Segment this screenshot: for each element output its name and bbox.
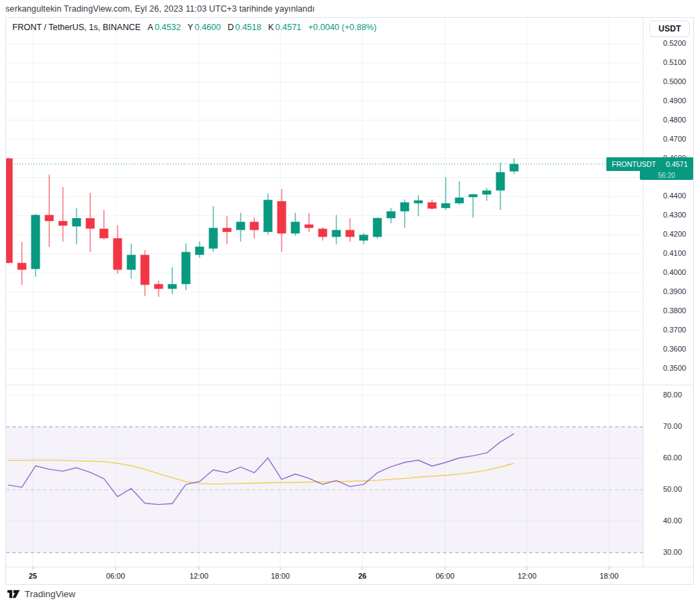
rsi-tick-label: 60.00 [663,453,682,462]
price-tick-label: 0.4300 [663,211,686,219]
time-tick-label: 25 [29,572,37,580]
tradingview-logo-text: TradingView [25,589,75,599]
chart-legend[interactable]: FRONT / TetherUS, 1s, BINANCE A0.4532 Y0… [12,23,377,32]
time-tick-label: 06:00 [106,572,125,580]
price-tick-label: 0.3700 [663,326,686,334]
price-tick-label: 0.4000 [663,268,686,276]
time-tick-label: 06:00 [435,572,455,580]
chart-widget: FRONT / TetherUS, 1s, BINANCE A0.4532 Y0… [5,17,694,585]
price-tick-label: 0.4200 [663,230,686,238]
tradingview-logo-icon [7,588,21,600]
price-tick-label: 0.5200 [663,39,686,47]
rsi-tick-label: 40.00 [663,516,682,525]
chart-widget-inner: FRONT / TetherUS, 1s, BINANCE A0.4532 Y0… [6,18,693,584]
last-price-value: 0.4571 [666,160,688,168]
last-price-label: FRONTUSDT 0.4571 56:20 [606,157,693,180]
time-tick-label: 12:00 [517,572,537,580]
page: serkangultekin TradingView.com, Eyl 26, … [0,0,700,606]
bar-countdown: 56:20 [658,172,675,179]
rsi-tick-label: 50.00 [663,485,682,493]
legend-open: A0.4532 [148,23,181,32]
price-tick-label: 0.4400 [663,192,686,200]
currency-toggle-button[interactable]: USDT [649,21,690,37]
time-tick-label: 26 [358,572,366,580]
legend-symbol[interactable]: FRONT / TetherUS, 1s, BINANCE [12,23,141,32]
price-tick-label: 0.3800 [663,306,686,315]
price-tick-label: 0.4100 [663,249,686,257]
rsi-tick-label: 30.00 [663,548,682,556]
time-tick-label: 12:00 [189,572,208,580]
legend-low: D0.4518 [228,23,261,32]
price-axis[interactable]: 0.52000.51000.50000.49000.48000.47000.46… [6,18,693,584]
time-tick-label: 18:00 [271,572,290,580]
price-tick-label: 0.5100 [663,58,686,66]
price-tick-label: 0.5000 [663,77,686,85]
price-tick-label: 0.4700 [663,135,686,143]
price-tick-label: 0.4800 [663,116,686,124]
price-tick-label: 0.3600 [663,345,686,353]
legend-high: Y0.4600 [187,23,221,32]
tradingview-logo[interactable]: TradingView [7,588,75,600]
price-tick-label: 0.3500 [663,364,686,372]
price-tick-label: 0.3900 [663,287,686,295]
price-tick-label: 0.4900 [663,96,686,105]
time-axis[interactable]: 2506:0012:0018:002606:0012:0018:00 [6,567,693,584]
byline: serkangultekin TradingView.com, Eyl 26, … [5,4,314,14]
last-price-symbol: FRONTUSDT [612,160,656,168]
rsi-tick-label: 80.00 [663,391,682,399]
rsi-tick-label: 70.00 [663,422,682,430]
time-tick-label: 18:00 [600,572,619,580]
legend-close: K0.4571 [268,23,301,32]
legend-change: +0.0040 (+0.88%) [308,23,377,32]
